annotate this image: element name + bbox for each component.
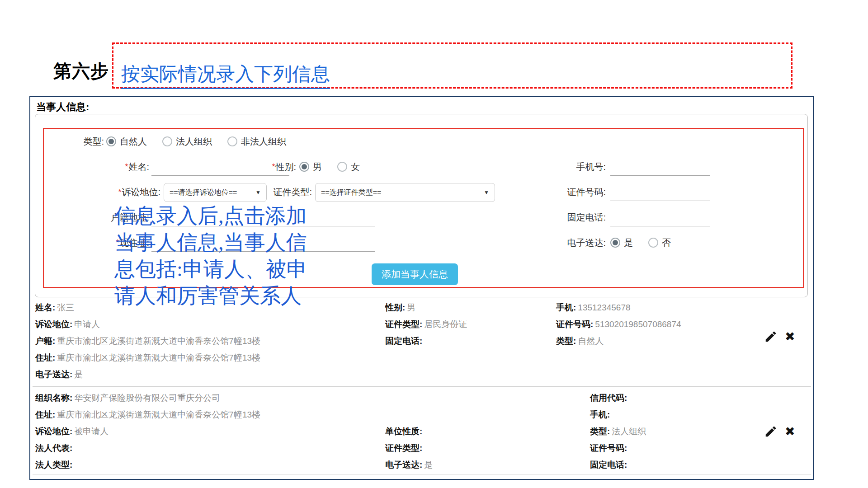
type-unincorporated-org-label: 非法人组织 <box>241 136 286 148</box>
cert-no-input[interactable] <box>610 183 710 201</box>
required-mark: * <box>272 162 275 171</box>
required-mark: * <box>125 162 128 171</box>
record-field-cert-type: 证件类型:居民身份证 <box>385 319 467 330</box>
instruction-link[interactable]: 按实际情况录入下列信息 <box>121 61 330 89</box>
record-field-name: 姓名:张三 <box>35 302 74 314</box>
delete-record-icon[interactable]: ✖ <box>785 425 795 438</box>
record-field-org-name: 组织名称:华安财产保险股份有限公司重庆分公司 <box>35 392 220 404</box>
record-field-address: 住址:重庆市渝北区龙溪街道新溉大道中渝香奈公馆7幢13楼 <box>35 352 260 364</box>
chevron-down-icon: ▼ <box>484 183 489 202</box>
record-actions: ✖ <box>764 330 795 343</box>
edelivery-label: 电子送达: <box>538 233 606 252</box>
cert-no-label: 证件号码: <box>538 183 606 202</box>
form-row-type: 类型: 自然人 法人组织 非法人组织 <box>0 132 868 151</box>
type-legal-org-label: 法人组织 <box>176 136 212 148</box>
fixed-phone-label: 固定电话: <box>538 208 606 227</box>
type-legal-org-radio[interactable] <box>162 136 172 146</box>
edit-record-icon[interactable] <box>764 425 778 438</box>
record-field-fixed-phone: 固定电话: <box>385 335 424 347</box>
edelivery-yes-label: 是 <box>624 237 633 249</box>
gender-label: *性别: <box>246 157 296 176</box>
cert-type-value: ==选择证件类型== <box>321 188 381 196</box>
record-field-cert-type: 证件类型: <box>385 442 424 454</box>
type-label: 类型: <box>57 132 104 151</box>
record-field-legal-rep: 法人代表: <box>35 442 74 454</box>
record-field-edelivery: 电子送达:是 <box>35 369 83 380</box>
gender-female-label: 女 <box>351 161 360 173</box>
step-badge: 第六步 <box>53 59 109 84</box>
current-address-input[interactable] <box>151 234 375 252</box>
gender-female-radio[interactable] <box>337 162 347 172</box>
type-natural-person-label: 自然人 <box>120 136 147 148</box>
record-field-status: 诉讼地位:被申请人 <box>35 426 108 437</box>
litigation-status-label: *诉讼地位: <box>61 183 160 202</box>
record-divider <box>33 386 811 387</box>
type-unincorporated-org-radio[interactable] <box>227 136 237 146</box>
current-address-label: *现住址: <box>68 233 149 252</box>
delete-record-icon[interactable]: ✖ <box>785 330 795 343</box>
fixed-phone-input[interactable] <box>610 209 710 226</box>
panel-title: 当事人信息: <box>36 100 89 114</box>
litigation-status-value: ==请选择诉讼地位== <box>170 188 237 196</box>
form-row-hukou: 户籍地址: 固定电话: <box>0 208 868 227</box>
type-natural-person-radio[interactable] <box>106 136 116 146</box>
record-field-mobile: 手机: <box>590 409 612 421</box>
add-party-button[interactable]: 添加当事人信息 <box>372 263 458 285</box>
type-radio-group: 自然人 法人组织 非法人组织 <box>106 132 286 151</box>
hukou-input[interactable] <box>151 209 375 226</box>
record-field-hukou: 户籍:重庆市渝北区龙溪街道新溉大道中渝香奈公馆7幢13楼 <box>35 335 260 347</box>
record-field-status: 诉讼地位:申请人 <box>35 319 100 330</box>
form-row-address: *现住址: 电子送达: 是 否 <box>0 233 868 252</box>
record-actions: ✖ <box>764 425 795 438</box>
edelivery-no-label: 否 <box>662 237 671 249</box>
gender-male-label: 男 <box>313 161 322 173</box>
record-field-type: 类型:法人组织 <box>590 426 646 437</box>
form-row-status: *诉讼地位: ==请选择诉讼地位== ▼ 证件类型: ==选择证件类型== ▼ … <box>0 183 868 202</box>
required-mark: * <box>116 238 119 247</box>
bottom-divider <box>33 474 811 474</box>
edelivery-yes-radio[interactable] <box>610 238 620 248</box>
record-field-cert-no: 证件号码: <box>590 442 629 454</box>
gender-radio-group: 男 女 <box>299 157 360 176</box>
gender-male-radio[interactable] <box>299 162 309 172</box>
form-row-name: *姓名: *性别: 男 女 手机号: <box>0 157 868 176</box>
name-label: *姓名: <box>72 157 149 176</box>
hukou-label: 户籍地址: <box>63 208 149 227</box>
record-field-legal-type: 法人类型: <box>35 459 74 471</box>
edit-record-icon[interactable] <box>764 330 778 343</box>
record-field-cert-no: 证件号码:513020198507086874 <box>556 319 681 330</box>
record-field-fixed-phone: 固定电话: <box>590 459 629 471</box>
edelivery-no-radio[interactable] <box>648 238 658 248</box>
required-mark: * <box>118 188 121 197</box>
mobile-label: 手机号: <box>538 157 606 176</box>
record-field-mobile: 手机:13512345678 <box>556 302 631 314</box>
cert-type-select[interactable]: ==选择证件类型== ▼ <box>315 183 495 202</box>
edelivery-radio-group: 是 否 <box>610 233 671 252</box>
record-field-type: 类型:自然人 <box>556 335 604 347</box>
record-field-edelivery: 电子送达:是 <box>385 459 433 471</box>
mobile-input[interactable] <box>610 158 710 176</box>
record-field-address: 住址:重庆市渝北区龙溪街道新溉大道中渝香奈公馆7幢13楼 <box>35 409 260 421</box>
record-field-gender: 性别:男 <box>385 302 415 314</box>
record-field-credit-code: 信用代码: <box>590 392 629 404</box>
record-field-unit-nature: 单位性质: <box>385 426 424 437</box>
cert-type-label: 证件类型: <box>244 183 312 202</box>
